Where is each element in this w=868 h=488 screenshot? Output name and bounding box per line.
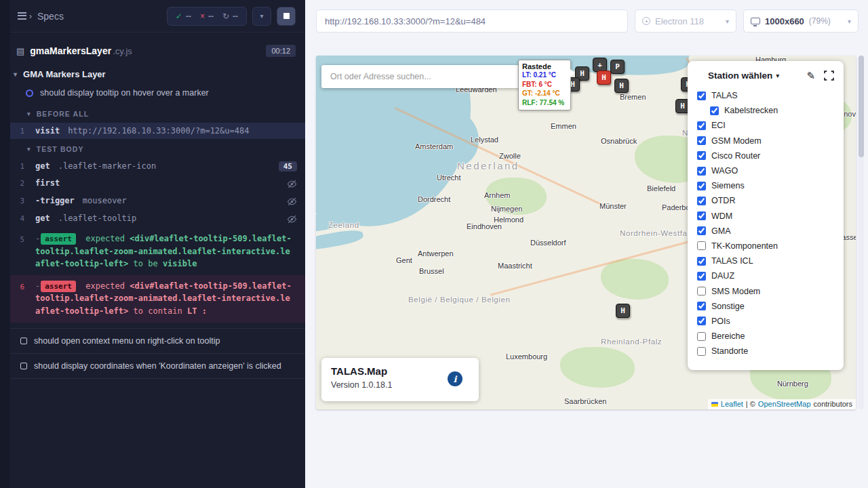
station-filter-item[interactable]: Bereiche — [697, 329, 835, 344]
stop-button[interactable] — [277, 7, 296, 26]
tooltip-row: RLF: 77.54 % — [522, 98, 567, 108]
station-checkbox[interactable] — [697, 272, 706, 281]
viewport-size: 1000x660 — [765, 16, 804, 26]
edit-pencil-icon[interactable]: ✎ — [806, 70, 815, 81]
station-filter-item[interactable]: POIs — [697, 314, 835, 329]
specs-label: Specs — [37, 11, 64, 22]
hidden-command-eye-icon — [287, 197, 297, 207]
before-all-section[interactable]: ▾ BEFORE ALL — [0, 104, 305, 123]
command-row[interactable]: 4 get .leaflet-tooltip — [0, 210, 305, 228]
command-name: visit — [35, 126, 60, 136]
station-filter-item[interactable]: DAUZ — [697, 268, 835, 283]
specs-menu-button[interactable]: › Specs — [18, 11, 64, 22]
reporter-header: › Specs ✓-- ×-- ↻-- ▾ — [0, 0, 305, 33]
assert-row[interactable]: 6 -assert expected <div#leaflet-tooltip-… — [0, 275, 305, 323]
station-filter-item[interactable]: TALAS ICL — [697, 253, 835, 268]
spec-name[interactable]: gmaMarkersLayer — [30, 45, 111, 56]
tooltip-row-value: 77.54 % — [540, 99, 565, 106]
scrollbar-thumb[interactable] — [859, 56, 864, 157]
info-icon[interactable]: i — [448, 371, 462, 386]
suite-title[interactable]: ▾ GMA Markers Layer — [0, 62, 305, 83]
pending-test[interactable]: should open context menu on right-click … — [0, 328, 305, 353]
leaflet-link[interactable]: Leaflet — [721, 400, 743, 408]
chevron-down-icon: ▾ — [848, 18, 851, 25]
station-checkbox[interactable] — [697, 211, 706, 220]
command-visit[interactable]: 1 visit http://192.168.10.33:3000/?m=12&… — [0, 123, 305, 139]
station-filter-item[interactable]: WAGO — [697, 163, 835, 178]
spec-duration-badge: 00:12 — [266, 45, 296, 57]
station-filter-item[interactable]: SMS Modem — [697, 283, 835, 298]
station-checkbox[interactable] — [697, 121, 706, 130]
chevron-down-icon: ▾ — [260, 12, 263, 20]
station-filter-item[interactable]: Standorte — [697, 344, 835, 359]
station-checkbox[interactable] — [697, 347, 706, 356]
station-label: WDM — [711, 211, 732, 221]
fullscreen-icon[interactable] — [824, 70, 834, 81]
station-label: Standorte — [711, 346, 748, 356]
assert-condition: to be — [134, 259, 158, 268]
station-checkbox[interactable] — [697, 317, 706, 325]
assert-row[interactable]: 5 -assert expected <div#leaflet-tooltip-… — [0, 228, 305, 275]
specs-list-icon — [18, 12, 26, 20]
station-filter-item[interactable]: WDM — [697, 209, 835, 224]
preview-scrollbar[interactable] — [859, 56, 864, 409]
station-checkbox[interactable] — [697, 136, 706, 145]
station-filter-item[interactable]: Cisco Router — [697, 148, 835, 163]
station-label: TALAS — [711, 91, 738, 100]
station-filter-item[interactable]: GMA — [697, 224, 835, 239]
test-body-section[interactable]: ▾ TEST BODY — [0, 139, 305, 158]
station-checkbox[interactable] — [697, 151, 706, 160]
command-row[interactable]: 3 -trigger mouseover — [0, 192, 305, 210]
spec-file-icon: ▤ — [16, 46, 24, 56]
station-filter-item[interactable]: TALAS — [697, 88, 835, 103]
assert-value: LT : — [187, 306, 207, 316]
station-panel-title[interactable]: Station wählen — [708, 70, 772, 81]
command-row[interactable]: 2 first — [0, 175, 305, 192]
station-checkbox[interactable] — [697, 182, 706, 190]
spec-extension: .cy.js — [113, 46, 132, 56]
station-checkbox[interactable] — [697, 167, 706, 176]
station-checkbox[interactable] — [697, 241, 706, 250]
assert-value: visible — [163, 259, 197, 268]
tooltip-row-value: 0.21 °C — [533, 71, 555, 79]
station-marker[interactable]: H — [616, 304, 630, 318]
active-test[interactable]: should display tooltip on hover over a m… — [0, 83, 305, 104]
station-filter-item[interactable]: Kabelstrecken — [697, 103, 835, 118]
station-checkbox[interactable] — [697, 302, 706, 310]
station-checkbox[interactable] — [697, 287, 706, 296]
collapse-reporter-button[interactable]: ▾ — [252, 7, 271, 26]
station-checkbox[interactable] — [697, 92, 706, 100]
station-label: GMA — [711, 226, 730, 236]
station-checkbox[interactable] — [697, 226, 706, 235]
browser-selector[interactable]: Electron 118 ▾ — [635, 9, 736, 33]
chevron-down-icon[interactable]: ▾ — [776, 72, 779, 79]
osm-link[interactable]: OpenStreetMap — [758, 400, 811, 408]
station-filter-item[interactable]: ECI — [697, 118, 835, 133]
map-attribution: Leaflet | © OpenStreetMap contributors — [708, 399, 856, 409]
station-checkbox[interactable] — [697, 332, 706, 341]
assert-expected: expected — [85, 234, 125, 243]
chevron-down-icon: ▾ — [27, 110, 31, 117]
pending-icon: ↻ — [222, 12, 229, 21]
pending-test[interactable]: should display coordinates when 'Koordin… — [0, 353, 305, 379]
station-label: Sonstige — [711, 302, 745, 311]
station-filter-item[interactable]: Siemens — [697, 178, 835, 193]
pending-count: -- — [233, 12, 238, 21]
station-marker[interactable]: P — [610, 60, 625, 74]
station-filter-item[interactable]: GSM Modem — [697, 134, 835, 148]
station-filter-item[interactable]: OTDR — [697, 193, 835, 208]
attribution-separator: | © — [746, 400, 755, 408]
station-marker[interactable]: H — [614, 79, 629, 93]
map-search[interactable] — [321, 65, 525, 88]
search-input[interactable] — [329, 71, 517, 82]
station-checkbox[interactable] — [710, 106, 719, 115]
viewport-selector[interactable]: 1000x660 (79%) ▾ — [743, 9, 859, 33]
aut-url-bar[interactable]: http://192.168.10.33:3000/?m=12&u=484 — [316, 9, 628, 33]
station-checkbox[interactable] — [697, 197, 706, 205]
station-marker[interactable]: + — [593, 58, 607, 72]
command-row[interactable]: 1 get .leaflet-marker-icon 45 — [0, 158, 305, 175]
station-filter-item[interactable]: Sonstige — [697, 299, 835, 314]
station-filter-item[interactable]: TK-Komponenten — [697, 239, 835, 253]
station-marker[interactable]: H — [597, 70, 611, 85]
station-checkbox[interactable] — [697, 257, 706, 266]
